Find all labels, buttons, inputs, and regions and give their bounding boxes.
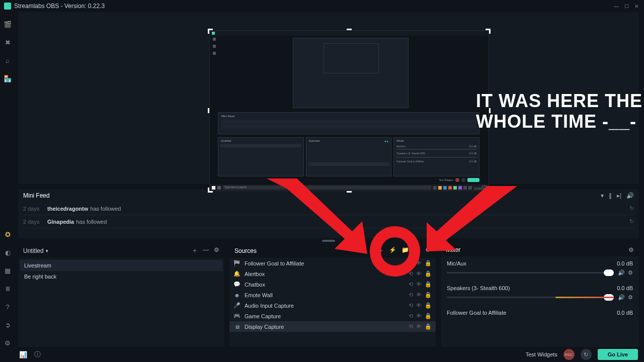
record-button[interactable]: REC <box>564 349 575 360</box>
mixer-channel: Mic/Aux 0.0 dB 🔊 ⚙ <box>447 260 633 276</box>
visibility-icon[interactable]: 👁 <box>416 302 422 309</box>
mixer-channel-name: Speakers (3- Stealth 600) <box>447 285 510 291</box>
lock-icon[interactable]: 🔒 <box>425 281 432 288</box>
source-label: Alertbox <box>245 271 265 277</box>
source-item[interactable]: 🎤 Audio Input Capture ⟲ 👁 🔒 <box>229 300 436 311</box>
source-label: Chatbox <box>245 282 265 288</box>
link-icon[interactable]: ⟲ <box>409 302 413 309</box>
left-toolbar: 🎬 ✖ ⌕ 🏪 ✪ ◐ ▦ Ⅲ ? ➲ ⚙ <box>0 12 15 347</box>
performance-icon[interactable]: 📊 <box>19 351 27 358</box>
link-icon[interactable]: ⟲ <box>409 292 413 298</box>
feed-user: Ginapedia <box>47 219 74 225</box>
visibility-icon[interactable]: 👁 <box>416 270 422 277</box>
visibility-icon[interactable]: 👁 <box>416 323 422 330</box>
source-item[interactable]: 🎮 Game Capture ⟲ 👁 🔒 <box>229 311 436 321</box>
scene-list: LivestreamBe right back <box>18 258 224 347</box>
bell-icon: 🔔 <box>233 270 240 277</box>
search-icon[interactable]: ⌕ <box>4 56 12 64</box>
help-icon[interactable]: ? <box>4 303 12 311</box>
stats-icon[interactable]: Ⅲ <box>4 285 12 293</box>
mute-icon[interactable]: 🔊 <box>626 192 634 199</box>
feed-user: theicedragontw <box>47 206 88 212</box>
source-item[interactable]: 💬 Chatbox ⟲ 👁 🔒 <box>229 279 436 290</box>
link-icon[interactable]: ⟲ <box>409 313 413 319</box>
mixer-channel-level: 0.0 dB <box>617 260 633 266</box>
repeat-icon[interactable]: ↻ <box>629 205 634 212</box>
skip-icon[interactable]: ▸| <box>617 192 621 199</box>
mute-icon[interactable]: 🔊 <box>618 269 625 276</box>
lock-icon[interactable]: 🔒 <box>425 260 432 266</box>
monitor-icon: 🖥 <box>233 324 240 330</box>
close-button[interactable]: ✕ <box>633 3 640 10</box>
scene-item[interactable]: Livestream <box>20 260 222 271</box>
annotation-circle <box>370 226 420 277</box>
link-icon[interactable]: ⟲ <box>409 323 413 330</box>
lock-icon[interactable]: 🔒 <box>425 292 432 298</box>
visibility-icon[interactable]: 👁 <box>416 313 422 319</box>
link-icon[interactable]: ⟲ <box>409 281 413 288</box>
info-icon[interactable]: ⓘ <box>34 350 41 359</box>
mute-icon[interactable]: 🔊 <box>618 294 625 301</box>
nested-display-capture: Mini Feed Untitled S <box>209 30 489 191</box>
feed-action: has followed <box>76 219 107 225</box>
lock-icon[interactable]: 🔒 <box>425 270 432 277</box>
remove-scene-icon[interactable]: — <box>203 246 209 255</box>
mixer-channel: Speakers (3- Stealth 600) 0.0 dB 🔊 ⚙ <box>447 285 633 301</box>
lock-icon[interactable]: 🔒 <box>425 302 432 309</box>
store-icon[interactable]: 🏪 <box>4 74 12 82</box>
source-item[interactable]: 🖥 Display Capture ⟲ 👁 🔒 <box>229 321 436 332</box>
mic-icon: 🎤 <box>233 302 240 309</box>
add-scene-icon[interactable]: ＋ <box>192 246 198 255</box>
titlebar: Streamlabs OBS - Version: 0.22.3 — ☐ ✕ <box>0 0 644 12</box>
go-live-button[interactable]: Go Live <box>598 349 638 360</box>
visibility-icon[interactable]: 👁 <box>416 281 422 288</box>
scene-item[interactable]: Be right back <box>20 271 222 282</box>
annotation-arrow-left <box>267 178 367 254</box>
volume-slider[interactable] <box>447 272 614 274</box>
mixer-list: Mic/Aux 0.0 dB 🔊 ⚙ Speakers (3- Stealth … <box>441 256 639 347</box>
dashboard-icon[interactable]: ▦ <box>4 266 12 275</box>
channel-settings-icon[interactable]: ⚙ <box>628 294 633 301</box>
channel-settings-icon[interactable]: ⚙ <box>628 269 633 276</box>
lock-icon[interactable]: 🔒 <box>425 323 432 330</box>
minimize-button[interactable]: — <box>613 3 620 10</box>
volume-thumb[interactable] <box>604 294 614 301</box>
scene-collection-label: Untitled <box>23 247 44 254</box>
volume-thumb[interactable] <box>604 269 614 276</box>
repeat-icon[interactable]: ↻ <box>629 218 634 225</box>
logout-icon[interactable]: ➲ <box>4 321 12 329</box>
cloud-icon[interactable]: ◐ <box>4 248 12 256</box>
tools-icon[interactable]: ✖ <box>4 38 12 46</box>
scene-settings-icon[interactable]: ⚙ <box>214 246 219 255</box>
feed-action: has followed <box>90 206 121 212</box>
volume-slider[interactable] <box>447 297 614 298</box>
window-title: Streamlabs OBS - Version: 0.22.3 <box>14 3 105 10</box>
lock-icon[interactable]: 🔒 <box>425 313 432 319</box>
mini-feed-title: Mini Feed <box>23 192 50 199</box>
source-item[interactable]: ☻ Emote Wall ⟲ 👁 🔒 <box>229 290 436 300</box>
mixer-settings-icon[interactable]: ⚙ <box>628 246 634 253</box>
source-label: Audio Input Capture <box>245 303 294 309</box>
source-label: Emote Wall <box>245 292 273 298</box>
replay-buffer-button[interactable]: ↻ <box>581 349 592 360</box>
mixer-channel: Follower Goal to Affiliate 0.0 dB <box>447 310 633 316</box>
mixer-channel-level: 0.0 dB <box>617 310 633 316</box>
bottom-bar: 📊 ⓘ Test Widgets REC ↻ Go Live <box>0 347 644 362</box>
mixer-channel-level: 0.0 dB <box>617 285 633 291</box>
mixer-channel-name: Follower Goal to Affiliate <box>447 310 506 316</box>
svg-marker-0 <box>267 178 367 254</box>
test-widgets-link[interactable]: Test Widgets <box>526 351 557 357</box>
scene-collection-dropdown[interactable]: Untitled ▾ <box>23 247 48 254</box>
visibility-icon[interactable]: 👁 <box>416 292 422 298</box>
pause-icon[interactable]: ‖ <box>609 192 612 199</box>
app-icon <box>4 3 11 10</box>
feed-time: 2 days <box>23 219 43 225</box>
settings-icon[interactable]: ⚙ <box>4 339 12 347</box>
editor-icon[interactable]: 🎬 <box>4 20 12 28</box>
maximize-button[interactable]: ☐ <box>623 3 630 10</box>
source-label: Follower Goal to Affiliate <box>245 260 304 266</box>
filter-icon[interactable]: ▾ <box>601 192 604 199</box>
gamepad-icon: 🎮 <box>233 313 240 319</box>
alerts-settings-icon[interactable]: ✪ <box>4 230 12 238</box>
goal-icon: 🏁 <box>233 260 240 266</box>
